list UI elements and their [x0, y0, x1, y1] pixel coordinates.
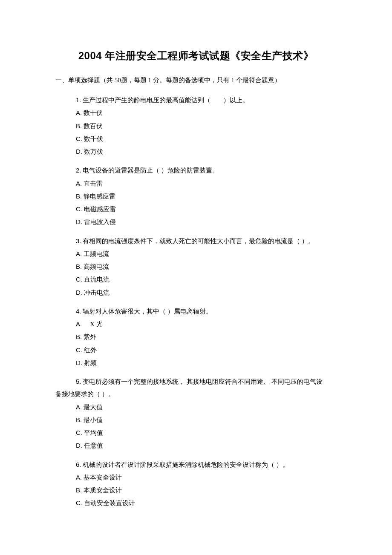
question-4-d-text: 射频 [84, 359, 97, 366]
question-1-option-c: C. 数千伏 [55, 132, 337, 145]
question-1-a-text: 数十伏 [84, 109, 103, 116]
option-a-label: A. [76, 320, 82, 328]
question-2-c-text: 电磁感应雷 [84, 206, 116, 213]
option-c-label: C. [76, 276, 82, 283]
question-3: 3. 有相同的电流强度条件下，就致人死亡的可能性大小而言，最危险的电流是（ ）。… [55, 235, 337, 299]
question-5-option-b: B. 最小值 [55, 414, 337, 426]
question-5-d-text: 任意值 [84, 442, 103, 449]
option-d-label: D. [76, 359, 82, 366]
question-6-option-a: A. 基本安全设计 [55, 471, 337, 484]
section-1-heading-text: 一、单项选择题（共 50题，每题 1 分。每题的备选项中，只有 1 个最符合题意… [55, 77, 281, 83]
option-b-label: B. [76, 486, 82, 494]
question-3-option-c: C. 直流电流 [55, 273, 337, 286]
question-6-text: 机械的设计者在设计阶段采取措施来消除机械危险的安全设计称为（ ）。 [83, 461, 289, 468]
question-4-text: 辐射对人体危害很大，其中（ ）属电离辐射。 [83, 308, 212, 315]
option-c-label: C. [76, 135, 82, 142]
question-4-option-c: C. 红外 [55, 344, 337, 357]
option-b-label: B. [76, 263, 82, 270]
question-3-option-a: A. 工频电流 [55, 247, 337, 260]
option-b-label: B. [76, 333, 82, 340]
option-d-label: D. [76, 148, 82, 155]
question-3-number: 3. [76, 237, 81, 244]
question-6-c-text: 自动安全装置设计 [84, 500, 135, 506]
question-4-option-d: D. 射频 [55, 357, 337, 369]
option-c-label: C. [76, 346, 82, 354]
question-2-d-text: 雷电波入侵 [84, 219, 116, 225]
question-1-option-d: D. 数万伏 [55, 145, 337, 158]
question-2-option-b: B. 静电感应雷 [55, 190, 337, 203]
question-1-option-a: A. 数十伏 [55, 106, 337, 119]
question-5: 5. 变电所必须有一个完整的接地系统， 其接地电阻应符合不同用途、 不同电压的电… [55, 375, 337, 452]
question-3-option-d: D. 冲击电流 [55, 286, 337, 299]
question-4-option-a: A. X 光 [55, 318, 337, 331]
question-1-b-text: 数百伏 [84, 123, 103, 129]
question-5-stem: 5. 变电所必须有一个完整的接地系统， 其接地电阻应符合不同用途、 不同电压的电… [55, 375, 337, 401]
option-d-label: D. [76, 289, 82, 296]
question-5-option-a: A. 最大值 [55, 401, 337, 414]
question-1-c-text: 数千伏 [84, 135, 103, 142]
option-c-label: C. [76, 205, 82, 213]
section-1-heading: 一、单项选择题（共 50题，每题 1 分。每题的备选项中，只有 1 个最符合题意… [55, 75, 337, 86]
question-4-number: 4. [76, 308, 81, 315]
question-4-b-text: 紫外 [84, 334, 96, 340]
question-3-stem: 3. 有相同的电流强度条件下，就致人死亡的可能性大小而言，最危险的电流是（ ）。 [55, 235, 337, 247]
question-2-text: 电气设备的避雷器是防止（ ）危险的防雷装置。 [83, 167, 219, 174]
question-6-number: 6. [76, 461, 81, 468]
question-6: 6. 机械的设计者在设计阶段采取措施来消除机械危险的安全设计称为（ ）。 A. … [55, 458, 337, 510]
question-5-number: 5. [76, 378, 81, 385]
question-2: 2. 电气设备的避雷器是防止（ ）危险的防雷装置。 A. 直击雷 B. 静电感应… [55, 164, 337, 228]
option-c-label: C. [76, 429, 82, 436]
question-6-stem: 6. 机械的设计者在设计阶段采取措施来消除机械危险的安全设计称为（ ）。 [55, 458, 337, 471]
question-6-a-text: 基本安全设计 [84, 474, 122, 481]
option-a-label: A. [76, 109, 82, 116]
option-d-label: D. [76, 442, 82, 449]
question-6-option-c: C. 自动安全装置设计 [55, 497, 337, 509]
question-3-text: 有相同的电流强度条件下，就致人死亡的可能性大小而言，最危险的电流是（ ）。 [83, 238, 314, 244]
question-4: 4. 辐射对人体危害很大，其中（ ）属电离辐射。 A. X 光 B. 紫外 C.… [55, 305, 337, 369]
question-4-option-b: B. 紫外 [55, 331, 337, 343]
option-a-label: A. [76, 403, 82, 411]
question-2-number: 2. [76, 167, 81, 174]
option-d-label: D. [76, 218, 82, 225]
question-5-option-d: D. 任意值 [55, 439, 337, 452]
question-2-a-text: 直击雷 [84, 180, 103, 187]
question-3-c-text: 直流电流 [84, 276, 110, 283]
question-2-option-c: C. 电磁感应雷 [55, 203, 337, 216]
question-1-d-text: 数万伏 [84, 148, 103, 155]
question-3-d-text: 冲击电流 [84, 289, 110, 296]
question-3-b-text: 高频电流 [84, 263, 109, 270]
question-3-option-b: B. 高频电流 [55, 260, 337, 273]
question-1-text: 生产过程中产生的静电电压的最高值能达到（ ）以上。 [83, 97, 249, 104]
question-6-option-b: B. 本质安全设计 [55, 484, 337, 497]
page-title: 2004 年注册安全工程师考试试题《安全生产技术》 [55, 49, 337, 63]
question-5-b-text: 最小值 [84, 417, 103, 423]
option-b-label: B. [76, 193, 82, 200]
question-3-a-text: 工频电流 [84, 250, 109, 257]
question-1-number: 1. [76, 96, 81, 104]
question-4-c-text: 红外 [84, 347, 97, 354]
question-6-b-text: 本质安全设计 [84, 487, 122, 494]
option-a-label: A. [76, 250, 82, 257]
question-5-text-line2: 备接地要求的（ ）。 [55, 391, 115, 397]
option-b-label: B. [76, 122, 82, 129]
question-4-stem: 4. 辐射对人体危害很大，其中（ ）属电离辐射。 [55, 305, 337, 318]
question-1-stem: 1. 生产过程中产生的静电电压的最高值能达到（ ）以上。 [55, 94, 337, 106]
option-a-label: A. [76, 180, 82, 187]
question-2-b-text: 静电感应雷 [84, 193, 115, 200]
question-5-option-c: C. 平均值 [55, 426, 337, 439]
option-b-label: B. [76, 416, 82, 423]
question-4-a-text: X 光 [84, 321, 103, 328]
exam-page: 2004 年注册安全工程师考试试题《安全生产技术》 一、单项选择题（共 50题，… [0, 0, 392, 550]
question-5-a-text: 最大值 [84, 404, 103, 411]
question-2-stem: 2. 电气设备的避雷器是防止（ ）危险的防雷装置。 [55, 164, 337, 177]
question-2-option-a: A. 直击雷 [55, 177, 337, 190]
option-c-label: C. [76, 499, 82, 506]
option-a-label: A. [76, 474, 82, 481]
question-1-option-b: B. 数百伏 [55, 120, 337, 132]
question-5-text-line1: 变电所必须有一个完整的接地系统， 其接地电阻应符合不同用途、 不同电压的电气设 [83, 378, 323, 385]
question-2-option-d: D. 雷电波入侵 [55, 216, 337, 228]
question-5-c-text: 平均值 [84, 429, 103, 436]
question-1: 1. 生产过程中产生的静电电压的最高值能达到（ ）以上。 A. 数十伏 B. 数… [55, 94, 337, 158]
